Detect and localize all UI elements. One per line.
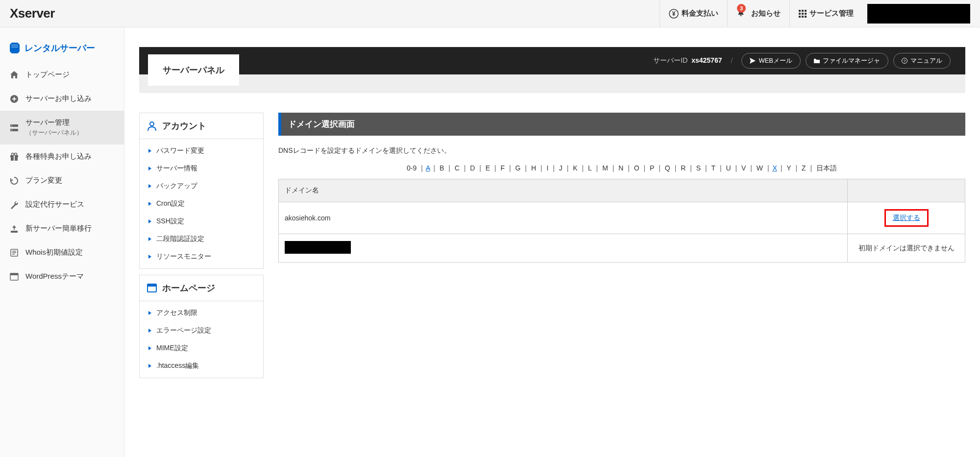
sidebar-item-config[interactable]: 設定代行サービス bbox=[0, 192, 124, 216]
notice-badge: 3 bbox=[737, 4, 746, 13]
panel-link[interactable]: バックアップ bbox=[140, 177, 263, 195]
svg-rect-10 bbox=[805, 16, 807, 18]
select-domain-link[interactable]: 選択する bbox=[893, 214, 920, 221]
server-stack-icon bbox=[10, 123, 19, 132]
alpha-link-A[interactable]: A bbox=[426, 164, 430, 172]
person-icon bbox=[147, 120, 157, 131]
sidebar-item-benefits[interactable]: 各種特典お申し込み bbox=[0, 144, 124, 168]
user-menu-redacted[interactable] bbox=[867, 4, 970, 24]
redacted-domain bbox=[285, 241, 351, 254]
sidebar-item-label: サーバー管理 （サーバーパネル） bbox=[25, 118, 83, 137]
svg-rect-31 bbox=[10, 273, 18, 275]
panel-link[interactable]: サーバー情報 bbox=[140, 160, 263, 177]
svg-rect-2 bbox=[799, 10, 801, 12]
svg-point-24 bbox=[15, 153, 17, 155]
action-cell: 選択する bbox=[848, 202, 965, 234]
server-id-label: サーバーID bbox=[653, 56, 687, 64]
sidebar-item-apply[interactable]: サーバーお申し込み bbox=[0, 87, 124, 111]
yen-icon: ¥ bbox=[669, 9, 679, 19]
svg-point-18 bbox=[11, 125, 12, 126]
action-cell: 初期ドメインは選択できません bbox=[848, 234, 965, 263]
panel-link[interactable]: リソースモニター bbox=[140, 248, 263, 265]
svg-rect-15 bbox=[12, 98, 16, 99]
action-col-header bbox=[848, 179, 965, 202]
svg-text:¥: ¥ bbox=[672, 10, 676, 17]
account-section-header: アカウント bbox=[140, 113, 263, 139]
nav-payment[interactable]: ¥ 料金支払い bbox=[660, 0, 727, 27]
svg-text:?: ? bbox=[904, 59, 906, 63]
webmail-button[interactable]: WEBメール bbox=[741, 53, 801, 69]
server-icon bbox=[10, 43, 20, 53]
homepage-section-header: ホームページ bbox=[140, 275, 263, 301]
panel-link[interactable]: 二段階認証設定 bbox=[140, 230, 263, 248]
svg-rect-5 bbox=[799, 13, 801, 15]
sidebar-heading[interactable]: レンタルサーバー bbox=[0, 37, 124, 63]
table-row: akosiehok.com選択する bbox=[279, 202, 965, 234]
svg-rect-8 bbox=[799, 16, 801, 18]
svg-rect-9 bbox=[802, 16, 804, 18]
alpha-index: 0-9 | A | B | C | D | E | F | G | H | I … bbox=[278, 164, 965, 179]
svg-point-34 bbox=[150, 122, 154, 126]
server-bar: サーバーパネル サーバーID xs425767 / WEBメール ファイルマネー… bbox=[139, 47, 965, 74]
refresh-icon bbox=[10, 176, 19, 185]
panel-link[interactable]: アクセス制限 bbox=[140, 304, 263, 322]
sidebar-item-plan[interactable]: プラン変更 bbox=[0, 168, 124, 192]
sidebar-item-wptheme[interactable]: WordPressテーマ bbox=[0, 265, 124, 289]
panel-link[interactable]: .htaccess編集 bbox=[140, 357, 263, 375]
document-icon bbox=[10, 248, 19, 257]
svg-point-19 bbox=[11, 129, 12, 130]
svg-rect-12 bbox=[11, 47, 18, 48]
domain-cell bbox=[279, 234, 848, 263]
server-panel-title: サーバーパネル bbox=[148, 54, 239, 86]
sidebar-item-top[interactable]: トップページ bbox=[0, 63, 124, 87]
send-icon bbox=[750, 58, 756, 64]
sidebar: レンタルサーバー トップページ サーバーお申し込み サーバー管理 （サーバーパネ… bbox=[0, 27, 124, 457]
main-content: サーバーパネル サーバーID xs425767 / WEBメール ファイルマネー… bbox=[124, 27, 980, 457]
home-icon bbox=[10, 71, 19, 79]
nav-service-mgmt[interactable]: サービス管理 bbox=[789, 0, 862, 27]
svg-rect-29 bbox=[12, 254, 15, 255]
panel-link[interactable]: SSH設定 bbox=[140, 213, 263, 230]
sidebar-item-migrate[interactable]: 新サーバー簡単移行 bbox=[0, 216, 124, 241]
sidebar-item-label: 新サーバー簡単移行 bbox=[25, 224, 92, 233]
sidebar-item-label: プラン変更 bbox=[25, 176, 62, 185]
sidebar-item-label: Whois初期値設定 bbox=[25, 248, 83, 257]
top-nav: ¥ 料金支払い 3 お知らせ サービス管理 bbox=[660, 0, 970, 27]
table-row: 初期ドメインは選択できません bbox=[279, 234, 965, 263]
svg-rect-6 bbox=[802, 13, 804, 15]
panel-link[interactable]: エラーページ設定 bbox=[140, 322, 263, 339]
sidebar-item-whois[interactable]: Whois初期値設定 bbox=[0, 241, 124, 265]
filemanager-button[interactable]: ファイルマネージャ bbox=[806, 53, 888, 69]
panel-link[interactable]: MIME設定 bbox=[140, 339, 263, 357]
svg-rect-3 bbox=[802, 10, 804, 12]
sidebar-item-label: サーバーお申し込み bbox=[25, 94, 92, 103]
svg-rect-11 bbox=[11, 45, 18, 46]
domain-cell: akosiehok.com bbox=[279, 202, 848, 234]
panel-link[interactable]: パスワード変更 bbox=[140, 142, 263, 160]
plus-circle-icon bbox=[10, 95, 19, 103]
grid-icon bbox=[799, 10, 807, 18]
settings-panel-column: アカウント パスワード変更サーバー情報バックアップCron設定SSH設定二段階認… bbox=[139, 113, 264, 384]
folder-icon bbox=[814, 58, 820, 64]
homepage-section: ホームページ アクセス制限エラーページ設定MIME設定.htaccess編集 bbox=[139, 275, 264, 378]
server-id-value: xs425767 bbox=[691, 56, 722, 64]
panel-link[interactable]: Cron設定 bbox=[140, 195, 263, 213]
svg-point-23 bbox=[12, 153, 14, 155]
window-icon bbox=[10, 272, 19, 281]
svg-rect-22 bbox=[14, 155, 15, 161]
svg-rect-7 bbox=[805, 13, 807, 15]
svg-rect-36 bbox=[147, 284, 156, 287]
top-header: Xserver ¥ 料金支払い 3 お知らせ サービス管理 bbox=[0, 0, 980, 27]
sidebar-item-server-mgmt[interactable]: サーバー管理 （サーバーパネル） bbox=[0, 111, 124, 144]
nav-notices[interactable]: 3 お知らせ bbox=[727, 0, 789, 27]
alpha-link-X[interactable]: X bbox=[772, 164, 777, 172]
question-icon: ? bbox=[902, 58, 907, 64]
page-title: ドメイン選択画面 bbox=[278, 113, 965, 136]
svg-rect-28 bbox=[12, 252, 16, 253]
sidebar-item-label: トップページ bbox=[25, 70, 70, 79]
manual-button[interactable]: ? マニュアル bbox=[893, 53, 951, 69]
svg-rect-4 bbox=[805, 10, 807, 12]
page-description: DNSレコードを設定するドメインを選択してください。 bbox=[278, 136, 965, 164]
account-section: アカウント パスワード変更サーバー情報バックアップCron設定SSH設定二段階認… bbox=[139, 113, 264, 269]
logo[interactable]: Xserver bbox=[10, 6, 55, 21]
